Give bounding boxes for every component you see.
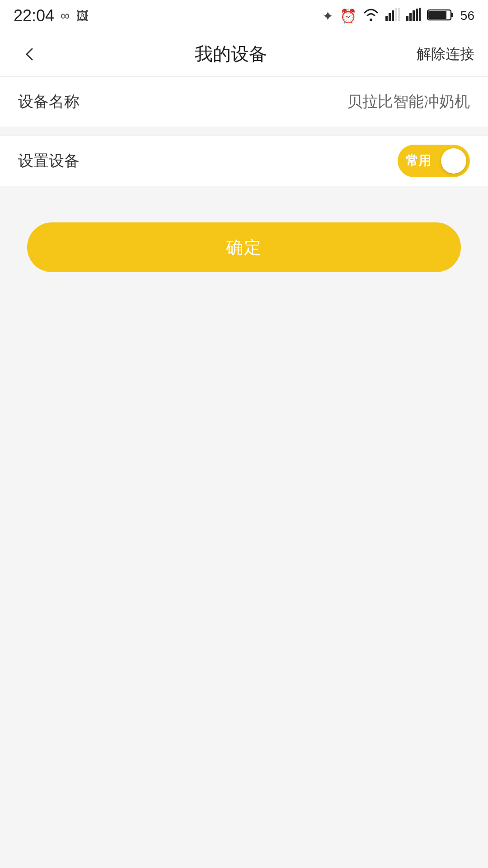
device-name-label: 设备名称 xyxy=(18,91,80,112)
toggle-text: 常用 xyxy=(406,152,431,170)
svg-rect-12 xyxy=(428,11,446,19)
settings-toggle-item: 设置设备 常用 xyxy=(0,136,488,186)
toggle-wrapper: 常用 xyxy=(398,145,470,177)
wifi-icon xyxy=(363,8,379,24)
device-name-item: 设备名称 贝拉比智能冲奶机 xyxy=(0,77,488,127)
svg-rect-3 xyxy=(395,8,397,21)
svg-rect-11 xyxy=(451,13,453,17)
page-title: 我的设备 xyxy=(45,42,417,66)
status-time: 22:04 xyxy=(14,6,54,25)
svg-rect-6 xyxy=(409,13,412,21)
status-left: 22:04 ∞ 🖼 xyxy=(14,6,89,25)
back-button[interactable] xyxy=(14,38,45,70)
svg-rect-1 xyxy=(389,13,391,21)
content: 设备名称 贝拉比智能冲奶机 设置设备 常用 确定 xyxy=(0,77,488,299)
toggle-knob xyxy=(441,148,466,174)
svg-rect-4 xyxy=(398,8,400,21)
device-name-section: 设备名称 贝拉比智能冲奶机 xyxy=(0,77,488,127)
alarm-icon: ⏰ xyxy=(340,8,357,24)
status-bar: 22:04 ∞ 🖼 ✦ ⏰ xyxy=(0,0,488,32)
image-icon: 🖼 xyxy=(76,9,89,24)
settings-section: 设置设备 常用 xyxy=(0,136,488,186)
battery-level: 56 xyxy=(460,9,474,23)
confirm-button[interactable]: 确定 xyxy=(27,222,461,272)
status-right: ✦ ⏰ xyxy=(322,8,474,24)
nav-bar: 我的设备 解除连接 xyxy=(0,32,488,77)
svg-rect-2 xyxy=(392,10,394,21)
signal2-icon xyxy=(406,8,421,24)
svg-rect-5 xyxy=(406,16,408,21)
svg-rect-9 xyxy=(419,8,421,21)
svg-rect-0 xyxy=(385,16,388,21)
settings-label: 设置设备 xyxy=(18,151,80,171)
confirm-section: 确定 xyxy=(0,186,488,299)
device-name-value: 贝拉比智能冲奶机 xyxy=(347,91,470,112)
disconnect-button[interactable]: 解除连接 xyxy=(417,44,474,64)
svg-rect-8 xyxy=(416,9,418,21)
bluetooth-icon: ✦ xyxy=(322,8,333,24)
infinity-icon: ∞ xyxy=(61,9,70,23)
svg-rect-7 xyxy=(413,10,415,21)
signal1-icon xyxy=(385,8,400,24)
frequent-use-toggle[interactable]: 常用 xyxy=(398,145,470,177)
battery-icon xyxy=(427,8,454,24)
